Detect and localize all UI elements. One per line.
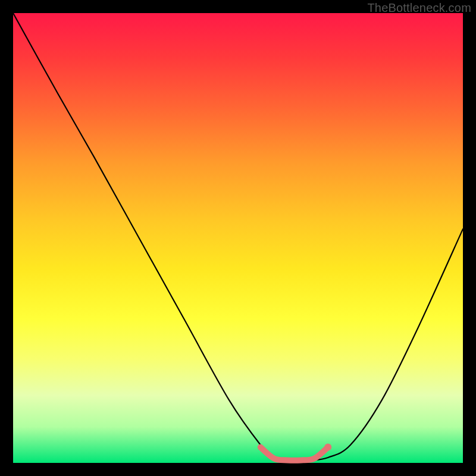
v-curve-group [13,13,463,461]
highlight-end-dot [324,444,331,451]
chart-svg [13,13,463,463]
watermark-label: TheBottleneck.com [367,1,471,15]
highlight-group [261,444,331,461]
highlight-path [261,447,328,461]
chart-stage: TheBottleneck.com [0,0,476,476]
v-curve-path [13,13,463,461]
